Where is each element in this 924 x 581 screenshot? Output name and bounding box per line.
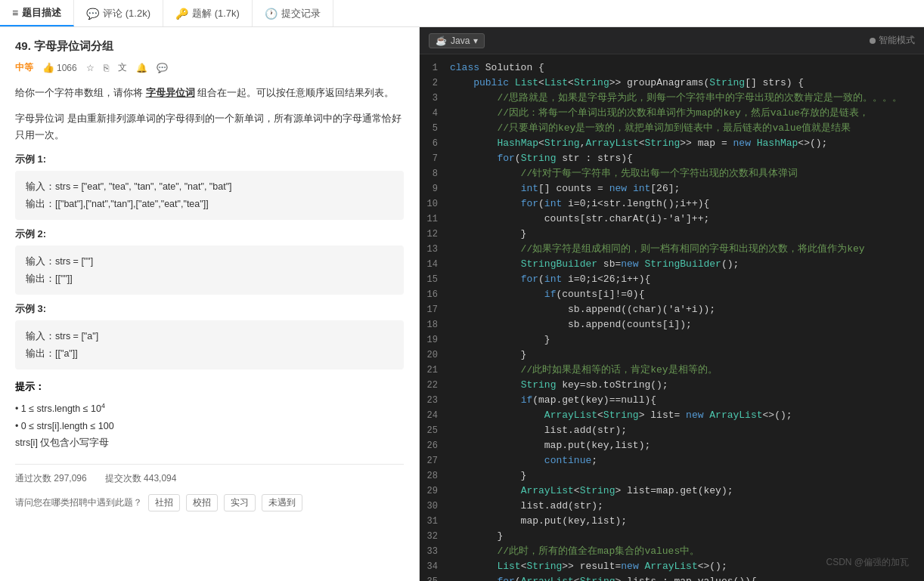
tab-submissions[interactable]: 🕐 提交记录 [253,0,333,26]
hints-title: 提示： [15,380,404,394]
line-number: 8 [420,166,450,181]
stats-row: 通过次数 297,096 提交次数 443,094 [15,464,404,485]
tab-description[interactable]: ≡ 题目描述 [0,0,74,26]
bookmark-item[interactable]: ☆ [86,63,95,73]
left-panel[interactable]: 49. 字母异位词分组 中等 👍 1066 ☆ ⎘ 文 🔔 💬 [0,27,420,581]
code-line: 13 //如果字符是组成相同的，则一档有相同的字母和出现的次数，将此值作为key [420,242,924,257]
recruit-btn-campus[interactable]: 校招 [186,494,218,511]
line-number: 10 [420,196,450,212]
translate-icon: 文 [118,61,127,74]
line-content: for(String str : strs){ [450,151,924,166]
line-content: if(counts[i]!=0){ [450,287,924,302]
code-line: 23 if(map.get(key)==null){ [420,393,924,408]
code-line: 17 sb.append((char)('a'+i)); [420,302,924,317]
line-content: List<String>> result=new ArrayList<>(); [450,559,924,574]
editor-header: ☕ Java ▾ 智能模式 [420,27,924,54]
translate-item[interactable]: 文 [118,61,127,74]
message-icon: 💬 [157,63,168,73]
code-line: 16 if(counts[i]!=0){ [420,287,924,302]
code-line: 6 HashMap<String,ArrayList<String>> map … [420,136,924,151]
line-number: 18 [420,317,450,332]
code-line: 8 //针对于每一字符串，先取出每一个字符出现的次数和具体弹词 [420,166,924,181]
code-area[interactable]: 1class Solution {2 public List<List<Stri… [420,54,924,581]
line-content: StringBuilder sb=new StringBuilder(); [450,257,924,272]
line-number: 29 [420,484,450,499]
example1-title: 示例 1: [15,153,404,166]
example2-block: 输入：strs = [""] 输出：[[""]] [15,246,404,295]
recruitment-row: 请问您在哪类招聘中遇到此题？ 社招 校招 实习 未遇到 [15,494,404,511]
code-line: 20 } [420,348,924,363]
line-content: HashMap<String,ArrayList<String>> map = … [450,136,924,151]
code-line: 7 for(String str : strs){ [420,151,924,166]
pass-count: 通过次数 297,096 [15,472,87,485]
line-number: 6 [420,136,450,151]
language-selector[interactable]: ☕ Java ▾ [429,33,485,48]
code-line: 29 ArrayList<String> list=map.get(key); [420,484,924,499]
line-content: //如果字符是组成相同的，则一档有相同的字母和出现的次数，将此值作为key [450,242,924,257]
line-content: ArrayList<String> list=map.get(key); [450,484,924,499]
code-line: 21 //此时如果是相等的话，肯定key是相等的。 [420,363,924,378]
java-icon: ☕ [436,36,447,46]
code-line: 5 //只要单词的key是一致的，就把单词加到链表中，最后链表的value值就是… [420,121,924,136]
recruit-btn-intern[interactable]: 实习 [224,494,256,511]
tab-comments[interactable]: 💬 评论 (1.2k) [74,0,163,26]
submit-count: 提交次数 443,094 [105,472,177,485]
ai-mode-button[interactable]: 智能模式 [870,34,915,47]
line-number: 13 [420,242,450,257]
line-number: 23 [420,393,450,408]
line-number: 28 [420,468,450,484]
code-line: 26 map.put(key,list); [420,438,924,453]
line-content: list.add(str); [450,499,924,514]
example3-input: 输入：strs = ["a"] [26,328,393,345]
code-line: 18 sb.append(counts[i]); [420,317,924,332]
line-content: sb.append(counts[i]); [450,317,924,332]
bell-icon: 🔔 [136,63,147,73]
bookmark-icon: ☆ [86,63,95,73]
code-line: 3 //思路就是，如果是字母异为此，则每一个字符串中的字母出现的次数肯定是一致的… [420,91,924,106]
code-line: 4 //因此：将每一个单词出现的次数和单词作为map的key，然后value存放… [420,106,924,121]
example3-output: 输出：[["a"]] [26,345,393,363]
line-number: 30 [420,499,450,514]
line-number: 19 [420,332,450,348]
recruit-btn-company[interactable]: 社招 [148,494,180,511]
line-content: //针对于每一字符串，先取出每一个字符出现的次数和具体弹词 [450,166,924,181]
code-line: 22 String key=sb.toString(); [420,378,924,393]
bell-item[interactable]: 🔔 [136,63,147,73]
line-content: //思路就是，如果是字母异为此，则每一个字符串中的字母出现的次数肯定是一致的。。… [450,91,924,106]
example1-block: 输入：strs = ["eat", "tea", "tan", "ate", "… [15,171,404,220]
recruit-btn-none[interactable]: 未遇到 [262,494,302,511]
line-number: 15 [420,272,450,287]
line-number: 12 [420,227,450,242]
line-number: 2 [420,76,450,91]
line-content: continue; [450,453,924,468]
line-number: 4 [420,106,450,121]
code-line: 15 for(int i=0;i<26;i++){ [420,272,924,287]
example3-block: 输入：strs = ["a"] 输出：[["a"]] [15,320,404,369]
line-number: 35 [420,574,450,581]
line-number: 27 [420,453,450,468]
line-number: 11 [420,212,450,227]
difficulty-badge: 中等 [15,61,33,74]
line-content: public List<List<String>> groupAnagrams(… [450,76,924,91]
copy-icon: ⎘ [104,63,109,73]
message-item[interactable]: 💬 [157,63,168,73]
line-content: //只要单词的key是一致的，就把单词加到链表中，最后链表的value值就是结果 [450,121,924,136]
line-number: 22 [420,378,450,393]
comment-icon: 💬 [86,8,99,20]
code-line: 27 continue; [420,453,924,468]
line-content: //此时，所有的值全在map集合的values中。 [450,544,924,559]
code-line: 35 for(ArrayList<String> lists : map.val… [420,574,924,581]
line-number: 31 [420,514,450,529]
code-line: 32 } [420,529,924,544]
likes-count: 👍 1066 [42,62,77,73]
line-number: 1 [420,60,450,76]
example1-input: 输入：strs = ["eat", "tea", "tan", "ate", "… [26,178,393,196]
main-content: 49. 字母异位词分组 中等 👍 1066 ☆ ⎘ 文 🔔 💬 [0,27,924,581]
tab-solutions[interactable]: 🔑 题解 (1.7k) [163,0,253,26]
copy-item[interactable]: ⎘ [104,63,109,73]
code-line: 28 } [420,468,924,484]
line-number: 21 [420,363,450,378]
line-content: counts[str.charAt(i)-'a']++; [450,212,924,227]
line-content: } [450,227,924,242]
line-content: map.put(key,list); [450,438,924,453]
